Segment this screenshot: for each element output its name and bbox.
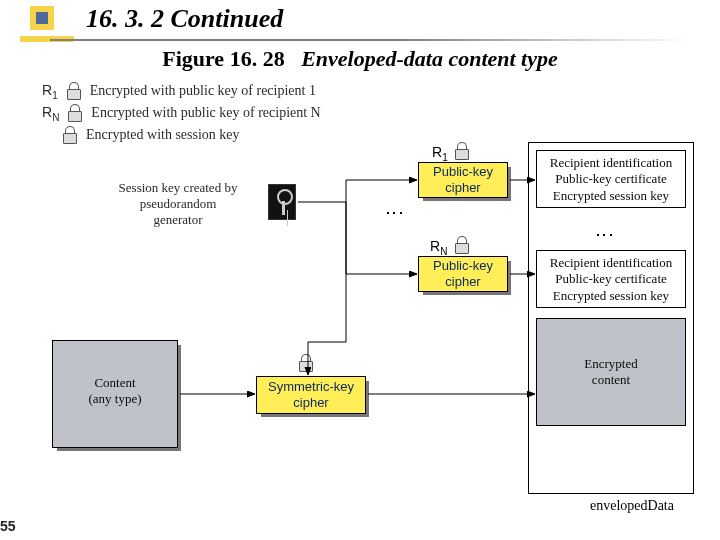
legend-r1-tag: R1 <box>42 82 58 101</box>
lock-icon <box>67 104 83 122</box>
enveloped-data-outline <box>528 142 694 494</box>
legend-sessionkey: Encrypted with session key <box>62 126 240 144</box>
header-rule <box>0 36 720 44</box>
figure-label: Figure 16. 28 <box>162 46 284 71</box>
keygen-caption: Session key created by pseudorandom gene… <box>98 180 258 228</box>
lock-icon <box>298 354 314 372</box>
key-icon <box>268 184 296 220</box>
box-pk-cipher-n: Public-key cipher <box>418 256 508 292</box>
legend-r1: R1 Encrypted with public key of recipien… <box>42 82 316 101</box>
lock-icon <box>66 82 82 100</box>
r1-tag: R1 <box>432 144 448 163</box>
legend-rn-text: Encrypted with public key of recipient N <box>91 105 320 121</box>
rn-tag: RN <box>430 238 447 257</box>
figure-caption: Enveloped-data content type <box>301 46 558 71</box>
box-pk-cipher-1: Public-key cipher <box>418 162 508 198</box>
legend-rn: RN Encrypted with public key of recipien… <box>42 104 321 123</box>
legend-rn-tag: RN <box>42 104 59 123</box>
enveloped-data-caption: envelopedData <box>590 498 674 514</box>
lock-icon <box>454 142 470 160</box>
vertical-ellipsis: ⋮ <box>384 204 406 222</box>
header-bullet-inner <box>36 12 48 24</box>
box-sym-cipher: Symmetric-key cipher <box>256 376 366 414</box>
page-number: 55 <box>0 518 16 534</box>
legend-sk-text: Encrypted with session key <box>86 127 240 143</box>
section-title: 16. 3. 2 Continued <box>86 4 283 34</box>
diagram-stage: R1 Encrypted with public key of recipien… <box>38 82 698 522</box>
lock-icon <box>62 126 78 144</box>
figure-title: Figure 16. 28 Enveloped-data content typ… <box>0 46 720 72</box>
legend-r1-text: Encrypted with public key of recipient 1 <box>90 83 316 99</box>
lock-icon <box>454 236 470 254</box>
box-content: Content (any type) <box>52 340 178 448</box>
